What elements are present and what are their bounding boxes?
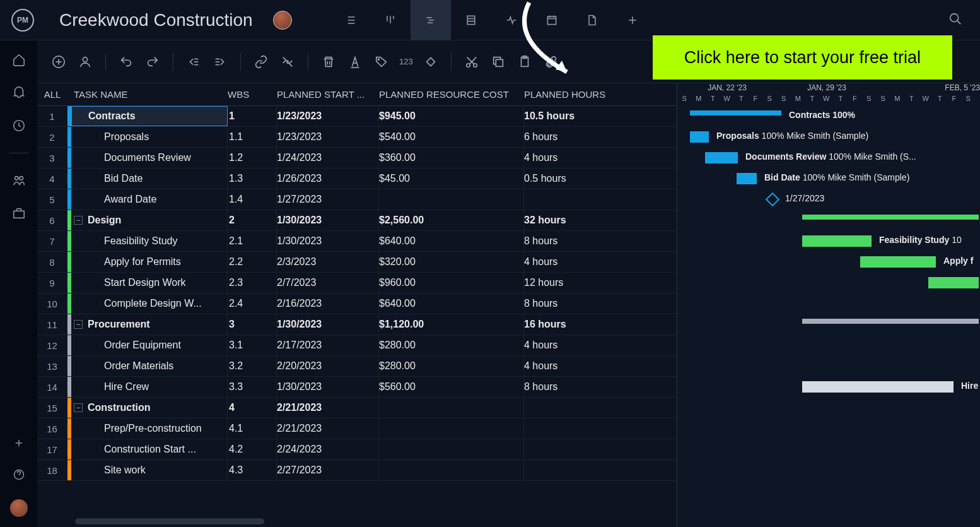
gantt-row[interactable]: Feasibility Study 10 <box>677 231 980 252</box>
text-style-button[interactable] <box>346 53 364 71</box>
task-row[interactable]: 2 Proposals 1.1 1/23/2023 $540.00 6 hour… <box>37 127 677 148</box>
task-name-cell[interactable]: Proposals <box>67 127 228 147</box>
cost-cell[interactable]: $320.00 <box>379 252 524 272</box>
hours-cell[interactable]: 4 hours <box>524 356 677 376</box>
task-row[interactable]: 18 Site work 4.3 2/27/2023 <box>37 460 677 481</box>
hours-cell[interactable]: 16 hours <box>524 314 677 335</box>
task-name-cell[interactable]: Bid Date <box>67 169 228 189</box>
start-cell[interactable]: 2/3/2023 <box>277 252 379 272</box>
gantt-task-bar[interactable] <box>737 173 757 184</box>
start-cell[interactable]: 1/23/2023 <box>277 106 379 126</box>
search-icon[interactable] <box>948 12 962 28</box>
col-planned-hours[interactable]: PLANNED HOURS <box>524 83 677 105</box>
view-gantt-icon[interactable] <box>411 0 451 40</box>
gantt-row[interactable]: Proposals 100% Mike Smith (Sample) <box>677 127 980 148</box>
gantt-task-bar[interactable] <box>802 235 872 247</box>
view-add-icon[interactable] <box>612 0 653 40</box>
wbs-cell[interactable]: 4.3 <box>228 460 277 480</box>
add-task-button[interactable] <box>50 53 67 71</box>
start-cell[interactable]: 2/27/2023 <box>277 460 379 480</box>
task-name-cell[interactable]: − Construction <box>67 398 228 418</box>
task-name-cell[interactable]: Hire Crew <box>67 377 228 397</box>
view-board-icon[interactable] <box>370 0 411 40</box>
horizontal-scrollbar[interactable] <box>75 518 264 524</box>
start-cell[interactable]: 2/21/2023 <box>277 418 379 439</box>
start-cell[interactable]: 2/24/2023 <box>277 439 379 459</box>
wbs-cell[interactable]: 1.3 <box>228 169 277 189</box>
hours-cell[interactable]: 8 hours <box>524 293 677 314</box>
task-name-cell[interactable]: Start Design Work <box>67 273 228 293</box>
task-row[interactable]: 5 Award Date 1.4 1/27/2023 <box>37 189 677 210</box>
view-pulse-icon[interactable] <box>491 0 532 40</box>
wbs-cell[interactable]: 2 <box>228 210 277 230</box>
cta-banner[interactable]: Click here to start your free trial <box>653 35 952 80</box>
gantt-row[interactable]: 1/27/2023 <box>677 189 980 210</box>
delete-button[interactable] <box>320 53 337 71</box>
gantt-task-bar[interactable] <box>860 256 936 268</box>
gantt-row[interactable] <box>677 356 980 377</box>
recent-icon[interactable] <box>12 119 26 133</box>
gantt-row[interactable] <box>677 398 980 418</box>
expander-icon[interactable]: − <box>74 403 83 412</box>
gantt-row[interactable] <box>677 418 980 439</box>
cost-cell[interactable] <box>379 460 524 480</box>
wbs-cell[interactable]: 1.4 <box>228 189 277 210</box>
hours-cell[interactable]: 8 hours <box>524 231 677 251</box>
start-cell[interactable]: 2/21/2023 <box>277 398 379 418</box>
task-name-cell[interactable]: Award Date <box>67 189 228 210</box>
wbs-cell[interactable]: 1.1 <box>228 127 277 147</box>
start-cell[interactable]: 2/16/2023 <box>277 293 379 314</box>
col-wbs[interactable]: WBS <box>228 83 277 105</box>
gantt-task-bar[interactable] <box>705 152 738 163</box>
start-cell[interactable]: 2/17/2023 <box>277 335 379 355</box>
wbs-cell[interactable]: 3.2 <box>228 356 277 376</box>
start-cell[interactable]: 1/23/2023 <box>277 127 379 147</box>
task-row[interactable]: 12 Order Equipment 3.1 2/17/2023 $280.00… <box>37 335 677 356</box>
task-name-cell[interactable]: Complete Design W... <box>67 293 228 314</box>
task-name-cell[interactable]: Documents Review <box>67 148 228 168</box>
hours-cell[interactable] <box>524 439 677 459</box>
user-avatar[interactable] <box>10 499 28 517</box>
cost-cell[interactable]: $640.00 <box>379 231 524 251</box>
gantt-milestone-icon[interactable] <box>766 192 780 207</box>
indent-button[interactable] <box>211 53 229 71</box>
task-name-cell[interactable]: − Design <box>67 210 228 230</box>
wbs-cell[interactable]: 3 <box>228 314 277 335</box>
undo-button[interactable] <box>117 53 135 71</box>
start-cell[interactable]: 1/24/2023 <box>277 148 379 168</box>
view-calendar-icon[interactable] <box>532 0 572 40</box>
task-name-cell[interactable]: Prep/Pre-construction <box>67 418 228 439</box>
hours-cell[interactable] <box>524 460 677 480</box>
wbs-cell[interactable]: 1.2 <box>228 148 277 168</box>
paste-button[interactable] <box>516 53 534 71</box>
hours-cell[interactable]: 0.5 hours <box>524 169 677 189</box>
task-row[interactable]: 14 Hire Crew 3.3 1/30/2023 $560.00 8 hou… <box>37 377 677 398</box>
cost-cell[interactable] <box>379 189 524 210</box>
task-name-cell[interactable]: Apply for Permits <box>67 252 228 272</box>
gantt-row[interactable]: Contracts 100% <box>677 106 980 127</box>
attachment-button[interactable] <box>542 53 560 71</box>
wbs-cell[interactable]: 2.4 <box>228 293 277 314</box>
cost-cell[interactable]: $45.00 <box>379 169 524 189</box>
task-name-cell[interactable]: Construction Start ... <box>67 439 228 459</box>
col-planned-start[interactable]: PLANNED START ... <box>277 83 379 105</box>
start-cell[interactable]: 1/30/2023 <box>277 377 379 397</box>
notifications-icon[interactable] <box>12 86 26 100</box>
cost-cell[interactable]: $280.00 <box>379 356 524 376</box>
gantt-row[interactable]: Bid Date 100% Mike Smith (Sample) <box>677 169 980 189</box>
task-row[interactable]: 17 Construction Start ... 4.2 2/24/2023 <box>37 439 677 460</box>
task-row[interactable]: 7 Feasibility Study 2.1 1/30/2023 $640.0… <box>37 231 677 252</box>
gantt-task-bar[interactable] <box>802 381 954 393</box>
people-icon[interactable] <box>12 174 26 187</box>
wbs-cell[interactable]: 2.3 <box>228 273 277 293</box>
hours-cell[interactable]: 10.5 hours <box>524 106 677 126</box>
hours-cell[interactable]: 32 hours <box>524 210 677 230</box>
start-cell[interactable]: 1/26/2023 <box>277 169 379 189</box>
start-cell[interactable]: 2/7/2023 <box>277 273 379 293</box>
wbs-cell[interactable]: 4.2 <box>228 439 277 459</box>
cut-button[interactable] <box>463 53 481 71</box>
gantt-summary-bar[interactable] <box>802 319 979 324</box>
cost-cell[interactable]: $960.00 <box>379 273 524 293</box>
gantt-row[interactable]: Hire <box>677 377 980 398</box>
briefcase-icon[interactable] <box>12 206 26 220</box>
